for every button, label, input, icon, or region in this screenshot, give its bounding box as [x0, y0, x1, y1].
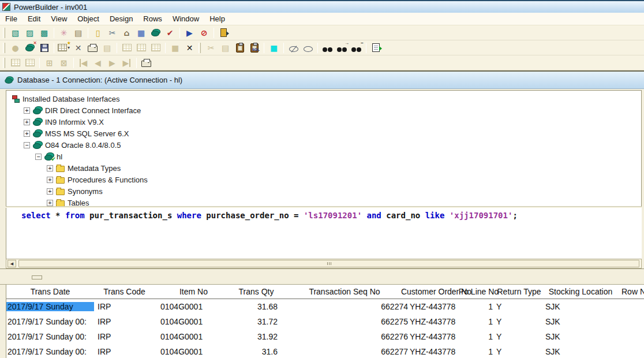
cell-stocking-location-row1[interactable]: SJK	[544, 302, 617, 311]
collapse-minus-icon[interactable]: −	[24, 142, 30, 148]
menu-help[interactable]: Help	[204, 13, 230, 24]
database-painter-button[interactable]	[148, 27, 163, 39]
new-button[interactable]: ▧	[8, 27, 23, 39]
toolbar-drag-handle[interactable]	[3, 43, 5, 53]
structure-painter-button[interactable]: ⌂	[119, 27, 134, 39]
dropdown-caret-icon[interactable]: ▾	[68, 45, 70, 50]
object-tree[interactable]: Installed Database Interfaces+DIR Direct…	[6, 90, 642, 207]
open-button[interactable]: ▩	[37, 27, 51, 39]
uncomment-button[interactable]	[301, 42, 315, 54]
column-header-return-type[interactable]: Return Type	[494, 285, 544, 299]
menu-edit[interactable]: Edit	[23, 13, 46, 24]
column-header-row-no[interactable]: Row No	[617, 285, 644, 299]
tree-item-installed-database-interfaces[interactable]: Installed Database Interfaces	[9, 93, 641, 105]
tree-item-metadata-types[interactable]: +Metadata Types	[9, 162, 641, 174]
column-header-transaction-seq-no[interactable]: Transaction Seq No	[280, 285, 409, 299]
cell-trans-qty-row3[interactable]: 31.92	[233, 332, 280, 341]
cell-item-no-row3[interactable]: 0104G0001	[155, 332, 233, 341]
filter-button[interactable]	[148, 42, 163, 54]
tree-item-o84-oracle-8-0-4-8-0-5[interactable]: −O84 Oracle 8.0.4/8.0.5	[9, 139, 641, 151]
tree-item-hl[interactable]: −✔hl	[9, 151, 641, 162]
cell-customer-order-no-row1[interactable]: YHZ-443778	[409, 302, 463, 311]
cell-trans-code-row3[interactable]: IRP	[94, 332, 155, 341]
menu-painter-button[interactable]: ✂	[105, 27, 119, 39]
menu-rows[interactable]: Rows	[138, 13, 167, 24]
database-window-titlebar[interactable]: Database - 1 Connection: (Active Connect…	[0, 72, 644, 89]
cell-trans-date-row4[interactable]: 2017/9/17 Sunday 00:	[6, 347, 94, 356]
cell-stocking-location-row3[interactable]: SJK	[544, 332, 617, 341]
exit-button[interactable]	[216, 27, 231, 39]
column-header-trans-qty[interactable]: Trans Qty	[233, 285, 280, 299]
zoom-button[interactable]	[119, 42, 134, 54]
cell-item-no-row1[interactable]: 0104G0001	[155, 302, 233, 311]
splitter-handle[interactable]	[32, 275, 42, 279]
library-button[interactable]: ✳	[57, 27, 71, 39]
comment-button[interactable]	[286, 42, 301, 54]
cell-stocking-location-row2[interactable]: SJK	[544, 317, 617, 326]
replace-button[interactable]: −	[349, 42, 364, 54]
expand-plus-icon[interactable]: +	[47, 165, 53, 171]
export-syntax-button[interactable]	[369, 42, 383, 54]
toolbar-drag-handle[interactable]	[3, 58, 5, 68]
window-painter-button[interactable]: ▯	[91, 27, 105, 39]
cell-po-line-no-row3[interactable]: 1	[463, 332, 494, 341]
cell-trans-date-row1[interactable]: 2017/9/17 Sunday	[6, 302, 94, 311]
menu-view[interactable]: View	[46, 13, 72, 24]
pane-splitter[interactable]	[0, 268, 644, 285]
find-button[interactable]	[320, 42, 335, 54]
expand-plus-icon[interactable]: +	[47, 188, 53, 195]
sql-horizontal-scrollbar[interactable]: ◀	[6, 259, 642, 268]
cell-return-type-row3[interactable]: Y	[494, 332, 544, 341]
cell-customer-order-no-row4[interactable]: YHZ-443778	[409, 347, 463, 356]
cell-transaction-seq-no-row1[interactable]: 662274	[280, 302, 409, 311]
properties-button[interactable]: ▤	[100, 42, 114, 54]
cell-item-no-row2[interactable]: 0104G0001	[155, 317, 233, 326]
column-header-po-line-no[interactable]: Po Line No	[463, 285, 494, 299]
application-button[interactable]: ▤	[71, 27, 85, 39]
toolbar-drag-handle[interactable]	[199, 43, 201, 53]
cell-po-line-no-row4[interactable]: 1	[463, 347, 494, 356]
find-next-button[interactable]: →	[335, 42, 349, 54]
refresh-button[interactable]	[134, 42, 148, 54]
save-button[interactable]	[37, 42, 51, 54]
window-titlebar[interactable]: PowerBuilder - inv001	[0, 0, 644, 13]
stop-button[interactable]: ■	[168, 42, 182, 54]
column-header-trans-date[interactable]: Trans Date	[6, 285, 94, 299]
tree-item-procedures-functions[interactable]: +Procedures & Functions	[9, 174, 641, 185]
menu-window[interactable]: Window	[167, 13, 204, 24]
next-row-button[interactable]: ▶	[105, 57, 119, 69]
paste-sql-button[interactable]: SQL	[247, 42, 261, 54]
tree-item-in9-informix-v9-x[interactable]: +IN9 Informix V9.X	[9, 116, 641, 128]
query-painter-button[interactable]: ✔	[163, 27, 177, 39]
expand-plus-icon[interactable]: +	[47, 200, 53, 206]
tree-item-mss-ms-sql-server-6-x[interactable]: +MSS MS SQL Server 6.X	[9, 128, 641, 139]
column-header-customer-order-no[interactable]: Customer Order No	[409, 285, 463, 299]
cell-trans-code-row2[interactable]: IRP	[94, 317, 155, 326]
column-header-item-no[interactable]: Item No	[155, 285, 233, 299]
first-row-button[interactable]: ◀	[76, 57, 91, 69]
cell-item-no-row4[interactable]: 0104G0001	[155, 347, 233, 356]
cell-trans-qty-row2[interactable]: 31.72	[233, 317, 280, 326]
cell-trans-qty-row1[interactable]: 31.68	[233, 302, 280, 311]
last-row-button[interactable]: ▶	[119, 57, 134, 69]
scroll-left-arrow-icon[interactable]: ◀	[8, 260, 16, 267]
menu-file[interactable]: File	[0, 13, 23, 24]
cell-return-type-row1[interactable]: Y	[494, 302, 544, 311]
cell-customer-order-no-row3[interactable]: YHZ-443778	[409, 332, 463, 341]
background-color-button[interactable]: ■	[267, 42, 281, 54]
tree-item-tables[interactable]: +Tables	[9, 197, 641, 207]
cell-trans-code-row4[interactable]: IRP	[94, 347, 155, 356]
scroll-thumb[interactable]	[18, 260, 639, 267]
debug-button[interactable]: ⊘	[197, 27, 211, 39]
cell-po-line-no-row2[interactable]: 1	[463, 317, 494, 326]
menu-design[interactable]: Design	[104, 13, 138, 24]
cell-trans-qty-row4[interactable]: 31.6	[233, 347, 280, 356]
cut-button[interactable]: ✂	[204, 42, 218, 54]
cell-trans-date-row3[interactable]: 2017/9/17 Sunday 00:	[6, 332, 94, 341]
cell-customer-order-no-row2[interactable]: YHZ-443778	[409, 317, 463, 326]
expand-plus-icon[interactable]: +	[24, 107, 30, 114]
profile-button[interactable]: ●	[8, 42, 23, 54]
expand-plus-icon[interactable]: +	[47, 177, 53, 183]
insert-row-button[interactable]: ⊞	[42, 57, 57, 69]
column-header-stocking-location[interactable]: Stocking Location	[544, 285, 617, 299]
